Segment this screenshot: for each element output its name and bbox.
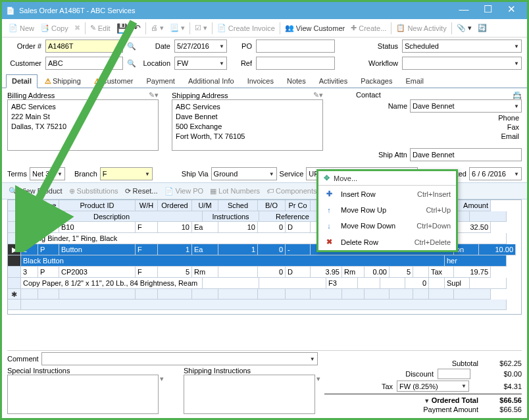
lot-numbers-button: ▦ Lot Numbers — [207, 186, 263, 197]
workflow-label: Workflow — [359, 59, 398, 67]
undo-icon[interactable]: ↶ — [131, 22, 143, 34]
terms-dropdown[interactable]: Net 30▼ — [30, 167, 65, 180]
shipattn-input[interactable] — [410, 148, 522, 161]
ref-label: Ref — [231, 59, 252, 67]
contact-card-icon[interactable]: 📇 — [513, 91, 522, 99]
arrow-down-icon: ↓ — [324, 222, 334, 230]
close-button[interactable]: ✕ — [499, 2, 523, 19]
customer-search-icon[interactable]: 🔍 — [127, 59, 136, 68]
status-dropdown[interactable]: Scheduled▼ — [402, 39, 522, 53]
tab-customer[interactable]: ⚠Customer — [88, 74, 139, 88]
context-menu-header[interactable]: ✥Move... — [318, 171, 456, 186]
main-toolbar: 📄 New 📑 Copy ✖ ✎ Edit 💾 ↶ 🖨 ▾ 📃 ▾ ☑ ▾ 📄 … — [2, 19, 527, 38]
requested-date[interactable]: 6 / 6 /2016▼ — [469, 167, 522, 180]
tab-detail[interactable]: Detail — [6, 74, 38, 88]
title-bar: 📄 Sales Order A1486T - ABC Services — ☐ … — [2, 2, 527, 19]
payment-label: Payment Amount — [423, 406, 478, 413]
save-icon[interactable]: 💾 — [114, 22, 130, 35]
shipping-instructions-box[interactable] — [184, 375, 315, 414]
location-dropdown[interactable]: FW▼ — [174, 57, 227, 70]
new-button[interactable]: 📄 New — [6, 22, 37, 34]
create-dropdown[interactable]: ✚ Create... — [348, 22, 389, 34]
window-icon: 📄 — [6, 7, 15, 15]
po-input[interactable] — [256, 39, 335, 53]
shipvia-label: Ship Via — [182, 170, 209, 178]
attach-icon[interactable]: 📎 ▾ — [454, 22, 474, 34]
view-product-button[interactable]: 🔍 View Product — [6, 186, 65, 197]
address-section: Billing Address✎▾ ABC Services 222 Main … — [2, 88, 527, 165]
billing-edit-icon[interactable]: ✎▾ — [149, 91, 159, 99]
customer-input[interactable] — [45, 57, 123, 70]
tab-notes[interactable]: Notes — [281, 74, 312, 88]
tab-invoices[interactable]: Invoices — [241, 74, 280, 88]
tab-additional-info[interactable]: Additional Info — [182, 74, 240, 88]
comment-label: Comment — [7, 355, 39, 363]
substitutions-button: ⊕ Substitutions — [66, 186, 121, 197]
delete-row-item[interactable]: ✖Delete RowCtrl+Delete — [318, 234, 456, 250]
shipping-header: Shipping Address — [172, 92, 228, 99]
contact-name-dropdown[interactable]: Dave Bennet▼ — [410, 99, 522, 113]
warning-icon: ⚠ — [94, 77, 101, 85]
arrow-down-icon[interactable]: ▾ — [160, 375, 164, 383]
check-icon[interactable]: ☑ ▾ — [192, 22, 210, 34]
tax-value: $4.31 — [482, 382, 522, 390]
order-search-icon[interactable]: 🔍 — [127, 42, 136, 51]
minimize-button[interactable]: — — [452, 2, 476, 19]
tab-activities[interactable]: Activities — [313, 74, 353, 88]
po-label: PO — [231, 42, 252, 50]
form-row-1: Order # 🔍 Date 5/27/2016▼ PO Status Sche… — [2, 38, 527, 55]
move-down-item[interactable]: ↓Move Row DownCtrl+Down — [318, 218, 456, 234]
tab-packages[interactable]: Packages — [355, 74, 398, 88]
workflow-dropdown[interactable]: ▼ — [402, 57, 522, 70]
subtotal-value: $62.25 — [482, 359, 522, 367]
special-instructions-box[interactable] — [7, 375, 159, 414]
payment-value: $66.56 — [482, 406, 522, 413]
new-activity-button[interactable]: 📋 New Activity — [393, 22, 449, 34]
move-up-item[interactable]: ↑Move Row UpCtrl+Up — [318, 202, 456, 218]
tab-shipping[interactable]: ⚠Shipping — [39, 74, 87, 88]
email-label: Email — [501, 132, 519, 140]
arrow-down-icon[interactable]: ▾ — [316, 375, 320, 383]
print-icon[interactable]: 🖨 ▾ — [148, 22, 166, 34]
shipping-address-box: ABC Services Dave Bennet 500 Exchange Fo… — [172, 99, 323, 151]
view-customer-button[interactable]: 👥 View Customer — [282, 22, 347, 34]
reset-button[interactable]: ⟳ Reset... — [122, 186, 161, 197]
tax-dropdown[interactable]: FW (8.25%)▼ — [397, 381, 469, 392]
order-input[interactable] — [45, 39, 123, 53]
name-label: Name — [388, 102, 407, 110]
arrow-up-icon: ↑ — [324, 206, 334, 214]
date-input[interactable]: 5/27/2016▼ — [174, 39, 227, 53]
printview-icon[interactable]: 📃 ▾ — [167, 22, 188, 34]
tab-email[interactable]: Email — [399, 74, 430, 88]
tab-payment[interactable]: Payment — [140, 74, 180, 88]
shipping-edit-icon[interactable]: ✎▾ — [313, 91, 323, 99]
discount-input[interactable] — [438, 369, 470, 379]
discount-value: $0.00 — [482, 370, 522, 378]
warning-icon: ⚠ — [45, 77, 51, 85]
ordered-total-label[interactable]: Ordered Total — [424, 396, 478, 404]
delete-icon: ✖ — [72, 22, 83, 34]
refresh-icon[interactable]: 🔄 — [475, 22, 490, 34]
status-label: Status — [359, 42, 398, 50]
special-instructions-label: Special Instructions — [7, 367, 164, 375]
location-label: Location — [140, 59, 170, 67]
edit-button[interactable]: ✎ Edit — [88, 22, 113, 34]
table-row-desc: Copy Paper, 8 1/2" x 11", 20 Lb., 84 Bri… — [8, 278, 521, 289]
shipvia-dropdown[interactable]: Ground▼ — [211, 167, 277, 180]
new-row[interactable]: ✱ — [8, 289, 521, 300]
comment-dropdown[interactable]: ▼ — [41, 352, 318, 365]
totals-panel: Subtotal$62.25 Discount$0.00 TaxFW (8.25… — [324, 359, 522, 414]
ref-input[interactable] — [256, 57, 335, 70]
service-label: Service — [280, 170, 304, 178]
table-row[interactable]: 3 P CP2003 F 5 Rm 0 D 3.95 Rm 0.00 5 Tax… — [8, 267, 521, 278]
create-invoice-button[interactable]: 📄 Create Invoice — [214, 22, 278, 34]
copy-button[interactable]: 📑 Copy — [38, 22, 71, 34]
discount-label: Discount — [405, 370, 434, 378]
branch-dropdown[interactable]: F▼ — [100, 167, 153, 180]
table-row-desc: Black Button her — [8, 255, 521, 267]
maximize-button[interactable]: ☐ — [476, 2, 499, 19]
ordered-total-value: $66.56 — [482, 396, 522, 404]
fax-label: Fax — [507, 123, 519, 131]
plus-icon: ✚ — [324, 190, 334, 198]
insert-row-item[interactable]: ✚Insert RowCtrl+Insert — [318, 186, 456, 202]
